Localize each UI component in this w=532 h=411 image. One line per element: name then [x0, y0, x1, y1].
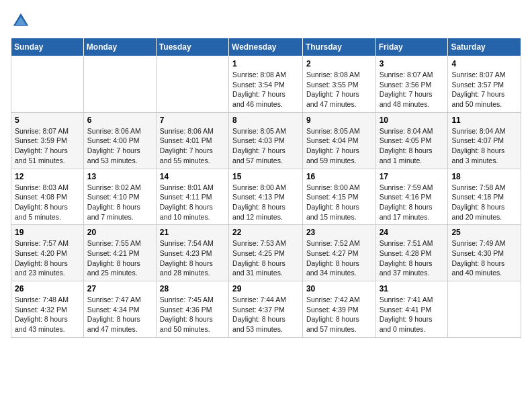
calendar-cell: 15Sunrise: 8:00 AMSunset: 4:13 PMDayligh…	[229, 169, 303, 225]
calendar-week-5: 26Sunrise: 7:48 AMSunset: 4:32 PMDayligh…	[11, 281, 521, 338]
calendar-cell: 23Sunrise: 7:52 AMSunset: 4:27 PMDayligh…	[302, 225, 375, 281]
calendar-cell	[11, 56, 84, 113]
page: SundayMondayTuesdayWednesdayThursdayFrid…	[0, 0, 532, 411]
day-info: Sunrise: 7:45 AMSunset: 4:36 PMDaylight:…	[160, 295, 225, 334]
day-number: 30	[306, 284, 372, 293]
day-number: 24	[380, 228, 445, 237]
calendar-body: 1Sunrise: 8:08 AMSunset: 3:54 PMDaylight…	[11, 56, 521, 338]
calendar-cell: 9Sunrise: 8:05 AMSunset: 4:04 PMDaylight…	[302, 112, 375, 169]
weekday-header-saturday: Saturday	[448, 38, 521, 56]
day-info: Sunrise: 7:47 AMSunset: 4:34 PMDaylight:…	[87, 295, 152, 334]
calendar-cell: 28Sunrise: 7:45 AMSunset: 4:36 PMDayligh…	[156, 281, 228, 338]
day-info: Sunrise: 7:59 AMSunset: 4:16 PMDaylight:…	[380, 183, 445, 222]
day-info: Sunrise: 7:58 AMSunset: 4:18 PMDaylight:…	[451, 183, 517, 222]
day-info: Sunrise: 7:57 AMSunset: 4:20 PMDaylight:…	[15, 238, 80, 278]
calendar-week-4: 19Sunrise: 7:57 AMSunset: 4:20 PMDayligh…	[11, 225, 521, 281]
day-number: 21	[160, 228, 225, 237]
calendar-cell: 16Sunrise: 8:00 AMSunset: 4:15 PMDayligh…	[302, 169, 375, 225]
calendar-cell: 7Sunrise: 8:06 AMSunset: 4:01 PMDaylight…	[156, 112, 228, 169]
calendar-cell: 14Sunrise: 8:01 AMSunset: 4:11 PMDayligh…	[156, 169, 228, 225]
calendar-cell: 2Sunrise: 8:08 AMSunset: 3:55 PMDaylight…	[302, 56, 375, 113]
day-info: Sunrise: 8:00 AMSunset: 4:13 PMDaylight:…	[232, 183, 299, 222]
calendar-cell: 10Sunrise: 8:04 AMSunset: 4:05 PMDayligh…	[375, 112, 448, 169]
day-info: Sunrise: 8:08 AMSunset: 3:54 PMDaylight:…	[232, 70, 299, 109]
day-number: 7	[160, 116, 225, 125]
calendar-cell: 18Sunrise: 7:58 AMSunset: 4:18 PMDayligh…	[448, 169, 521, 225]
logo-icon	[11, 11, 31, 31]
calendar-cell	[448, 281, 521, 338]
day-info: Sunrise: 7:41 AMSunset: 4:41 PMDaylight:…	[380, 295, 445, 334]
day-number: 3	[380, 59, 445, 68]
day-info: Sunrise: 7:54 AMSunset: 4:23 PMDaylight:…	[160, 238, 225, 278]
calendar: SundayMondayTuesdayWednesdayThursdayFrid…	[11, 38, 521, 338]
weekday-header-sunday: Sunday	[11, 38, 84, 56]
day-number: 23	[306, 228, 372, 237]
day-number: 8	[232, 116, 299, 125]
day-number: 11	[451, 116, 517, 125]
day-info: Sunrise: 8:03 AMSunset: 4:08 PMDaylight:…	[15, 183, 80, 222]
calendar-cell: 11Sunrise: 8:04 AMSunset: 4:07 PMDayligh…	[448, 112, 521, 169]
header	[11, 11, 521, 31]
calendar-week-3: 12Sunrise: 8:03 AMSunset: 4:08 PMDayligh…	[11, 169, 521, 225]
calendar-cell: 24Sunrise: 7:51 AMSunset: 4:28 PMDayligh…	[375, 225, 448, 281]
calendar-header: SundayMondayTuesdayWednesdayThursdayFrid…	[11, 38, 521, 56]
weekday-header-monday: Monday	[83, 38, 156, 56]
day-info: Sunrise: 8:07 AMSunset: 3:59 PMDaylight:…	[15, 126, 80, 166]
day-number: 15	[232, 172, 299, 181]
day-info: Sunrise: 8:08 AMSunset: 3:55 PMDaylight:…	[306, 70, 372, 109]
day-number: 9	[306, 116, 372, 125]
day-number: 2	[306, 59, 372, 68]
calendar-cell: 12Sunrise: 8:03 AMSunset: 4:08 PMDayligh…	[11, 169, 84, 225]
day-number: 5	[15, 116, 80, 125]
day-number: 1	[232, 59, 299, 68]
day-number: 26	[15, 284, 80, 293]
calendar-week-2: 5Sunrise: 8:07 AMSunset: 3:59 PMDaylight…	[11, 112, 521, 169]
weekday-header-friday: Friday	[375, 38, 448, 56]
calendar-cell: 17Sunrise: 7:59 AMSunset: 4:16 PMDayligh…	[375, 169, 448, 225]
day-info: Sunrise: 8:02 AMSunset: 4:10 PMDaylight:…	[87, 183, 152, 222]
calendar-week-1: 1Sunrise: 8:08 AMSunset: 3:54 PMDaylight…	[11, 56, 521, 113]
day-info: Sunrise: 7:48 AMSunset: 4:32 PMDaylight:…	[15, 295, 80, 334]
calendar-cell: 22Sunrise: 7:53 AMSunset: 4:25 PMDayligh…	[229, 225, 303, 281]
calendar-cell: 4Sunrise: 8:07 AMSunset: 3:57 PMDaylight…	[448, 56, 521, 113]
weekday-header-thursday: Thursday	[302, 38, 375, 56]
day-number: 13	[87, 172, 152, 181]
day-info: Sunrise: 7:51 AMSunset: 4:28 PMDaylight:…	[380, 238, 445, 278]
day-number: 28	[160, 284, 225, 293]
day-number: 10	[380, 116, 445, 125]
calendar-cell: 21Sunrise: 7:54 AMSunset: 4:23 PMDayligh…	[156, 225, 228, 281]
day-number: 16	[306, 172, 372, 181]
day-info: Sunrise: 8:04 AMSunset: 4:05 PMDaylight:…	[380, 126, 445, 166]
day-info: Sunrise: 8:01 AMSunset: 4:11 PMDaylight:…	[160, 183, 225, 222]
weekday-header-wednesday: Wednesday	[229, 38, 303, 56]
calendar-cell: 26Sunrise: 7:48 AMSunset: 4:32 PMDayligh…	[11, 281, 84, 338]
day-info: Sunrise: 8:05 AMSunset: 4:03 PMDaylight:…	[232, 126, 299, 166]
calendar-cell	[156, 56, 228, 113]
day-number: 17	[380, 172, 445, 181]
calendar-cell: 20Sunrise: 7:55 AMSunset: 4:21 PMDayligh…	[83, 225, 156, 281]
day-number: 25	[451, 228, 517, 237]
day-info: Sunrise: 7:55 AMSunset: 4:21 PMDaylight:…	[87, 238, 152, 278]
day-number: 18	[451, 172, 517, 181]
logo	[11, 11, 34, 31]
calendar-cell: 19Sunrise: 7:57 AMSunset: 4:20 PMDayligh…	[11, 225, 84, 281]
day-number: 6	[87, 116, 152, 125]
calendar-cell: 5Sunrise: 8:07 AMSunset: 3:59 PMDaylight…	[11, 112, 84, 169]
calendar-cell: 1Sunrise: 8:08 AMSunset: 3:54 PMDaylight…	[229, 56, 303, 113]
calendar-cell: 27Sunrise: 7:47 AMSunset: 4:34 PMDayligh…	[83, 281, 156, 338]
day-info: Sunrise: 7:42 AMSunset: 4:39 PMDaylight:…	[306, 295, 372, 334]
day-info: Sunrise: 8:00 AMSunset: 4:15 PMDaylight:…	[306, 183, 372, 222]
calendar-cell: 31Sunrise: 7:41 AMSunset: 4:41 PMDayligh…	[375, 281, 448, 338]
weekday-header-tuesday: Tuesday	[156, 38, 228, 56]
weekday-row: SundayMondayTuesdayWednesdayThursdayFrid…	[11, 38, 521, 56]
day-number: 20	[87, 228, 152, 237]
day-info: Sunrise: 8:04 AMSunset: 4:07 PMDaylight:…	[451, 126, 517, 166]
day-info: Sunrise: 7:49 AMSunset: 4:30 PMDaylight:…	[451, 238, 517, 278]
calendar-cell: 13Sunrise: 8:02 AMSunset: 4:10 PMDayligh…	[83, 169, 156, 225]
day-info: Sunrise: 8:05 AMSunset: 4:04 PMDaylight:…	[306, 126, 372, 166]
day-info: Sunrise: 7:52 AMSunset: 4:27 PMDaylight:…	[306, 238, 372, 278]
day-number: 27	[87, 284, 152, 293]
day-number: 14	[160, 172, 225, 181]
calendar-cell: 29Sunrise: 7:44 AMSunset: 4:37 PMDayligh…	[229, 281, 303, 338]
day-number: 29	[232, 284, 299, 293]
